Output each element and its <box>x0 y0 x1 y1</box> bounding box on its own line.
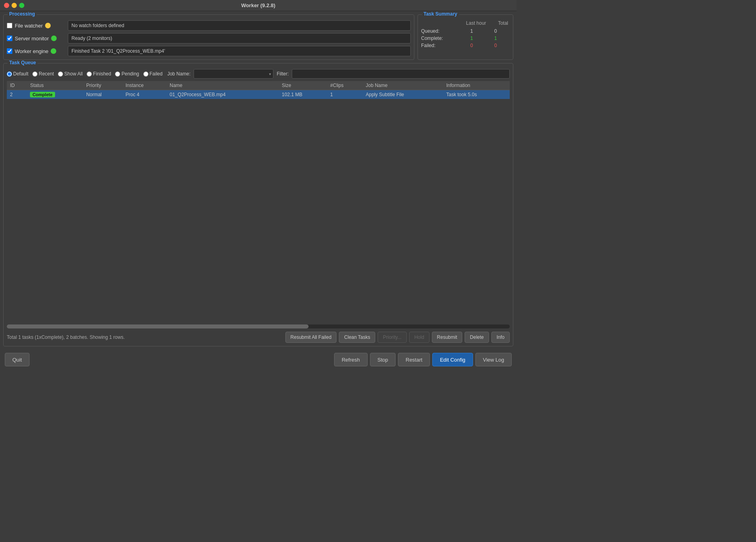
filter-finished-label: Finished <box>93 71 111 77</box>
col-instance: Instance <box>123 81 167 90</box>
delete-button[interactable]: Delete <box>465 332 489 343</box>
filter-recent-radio[interactable] <box>32 71 38 77</box>
filter-default-radio[interactable] <box>7 71 12 77</box>
cell-id: 2 <box>7 90 27 99</box>
info-button[interactable]: Info <box>491 332 510 343</box>
close-button[interactable] <box>4 3 9 8</box>
task-summary-panel: Task Summary Last hour Total Queued: 1 0… <box>418 14 513 60</box>
filter-failed-radio[interactable] <box>143 71 148 77</box>
worker-engine-message: Finished Task 2 '/01_Q2Process_WEB.mp4' <box>68 46 411 56</box>
filter-finished[interactable]: Finished <box>87 71 111 77</box>
scrollbar-thumb[interactable] <box>7 324 309 328</box>
status-text: Total 1 tasks (1xComplete), 2 batches. S… <box>7 334 282 340</box>
cell-jobname: Apply Subtitle File <box>362 90 443 99</box>
status-badge: Complete <box>30 92 55 97</box>
job-name-select[interactable] <box>194 69 273 79</box>
edit-config-button[interactable]: Edit Config <box>432 353 473 366</box>
top-row: Processing File watcher No watch folders… <box>3 14 513 60</box>
file-watcher-checkbox[interactable] <box>7 23 12 28</box>
task-summary-title: Task Summary <box>422 11 459 17</box>
filter-failed[interactable]: Failed <box>143 71 163 77</box>
cell-instance: Proc 4 <box>123 90 167 99</box>
server-monitor-text: Server monitor <box>15 36 49 42</box>
worker-engine-label: Worker engine <box>7 48 65 54</box>
resubmit-all-failed-button[interactable]: Resubmit All Failed <box>285 332 337 343</box>
ts-col-last-hour: Last hour <box>466 20 486 26</box>
table-body: 2 Complete Normal Proc 4 01_Q2Process_WE… <box>7 90 510 99</box>
clean-tasks-button[interactable]: Clean Tasks <box>339 332 375 343</box>
col-name: Name <box>166 81 279 90</box>
stop-button[interactable]: Stop <box>370 353 396 366</box>
filter-show-all[interactable]: Show All <box>58 71 83 77</box>
table-row[interactable]: 2 Complete Normal Proc 4 01_Q2Process_WE… <box>7 90 510 99</box>
processing-panel-title: Processing <box>8 11 37 17</box>
table-header: ID Status Priority Instance Name Size #C… <box>7 81 510 90</box>
priority-button[interactable]: Priority... <box>378 332 406 343</box>
file-watcher-message: No watch folders defined <box>68 20 411 31</box>
ts-complete-row: Complete: 1 1 <box>421 36 510 41</box>
task-queue-title: Task Queue <box>8 60 38 65</box>
bottom-left-buttons: Quit <box>5 353 30 366</box>
worker-engine-dot <box>51 48 56 54</box>
filter-recent-label: Recent <box>39 71 54 77</box>
table-header-row: ID Status Priority Instance Name Size #C… <box>7 81 510 90</box>
restart-button[interactable]: Restart <box>398 353 430 366</box>
main-content: Processing File watcher No watch folders… <box>0 11 517 371</box>
scrollbar[interactable] <box>7 324 510 328</box>
ts-queued-total: 0 <box>477 28 497 34</box>
cell-priority: Normal <box>83 90 122 99</box>
ts-queued-lasthour: 1 <box>453 28 477 34</box>
server-monitor-message: Ready (2 monitors) <box>68 33 411 44</box>
col-information: Information <box>443 81 510 90</box>
filter-pending-label: Pending <box>121 71 139 77</box>
cell-information: Task took 5.0s <box>443 90 510 99</box>
filter-recent[interactable]: Recent <box>32 71 54 77</box>
filter-show-all-radio[interactable] <box>58 71 63 77</box>
minimize-button[interactable] <box>12 3 17 8</box>
view-log-button[interactable]: View Log <box>475 353 512 366</box>
task-table-container: ID Status Priority Instance Name Size #C… <box>7 81 510 323</box>
quit-button[interactable]: Quit <box>5 353 30 366</box>
hold-button[interactable]: Hold <box>409 332 429 343</box>
server-monitor-row: Server monitor Ready (2 monitors) <box>7 33 411 44</box>
cell-clips: 1 <box>327 90 362 99</box>
ts-failed-label: Failed: <box>421 43 453 48</box>
resubmit-button[interactable]: Resubmit <box>432 332 463 343</box>
ts-complete-total: 1 <box>477 36 497 41</box>
server-monitor-dot <box>51 36 57 41</box>
refresh-button[interactable]: Refresh <box>334 353 368 366</box>
server-monitor-label: Server monitor <box>7 36 65 42</box>
filter-pending-radio[interactable] <box>115 71 120 77</box>
worker-engine-row: Worker engine Finished Task 2 '/01_Q2Pro… <box>7 46 411 56</box>
task-table: ID Status Priority Instance Name Size #C… <box>7 81 510 99</box>
filter-finished-radio[interactable] <box>87 71 92 77</box>
file-watcher-text: File watcher <box>15 23 43 29</box>
task-summary-header: Last hour Total <box>421 20 510 26</box>
filter-pending[interactable]: Pending <box>115 71 139 77</box>
title-bar: Worker (9.2.8) <box>0 0 517 11</box>
file-watcher-dot <box>45 23 51 28</box>
col-status: Status <box>27 81 83 90</box>
window-controls[interactable] <box>4 3 24 8</box>
bottom-bar: Quit Refresh Stop Restart Edit Config Vi… <box>3 350 513 368</box>
radio-group: Default Recent Show All Finished Pending <box>7 71 162 77</box>
filter-show-all-label: Show All <box>64 71 83 77</box>
worker-engine-checkbox[interactable] <box>7 48 12 54</box>
filter-default[interactable]: Default <box>7 71 28 77</box>
filter-input[interactable] <box>292 69 510 79</box>
maximize-button[interactable] <box>19 3 24 8</box>
col-size: Size <box>279 81 327 90</box>
task-queue-section: Task Queue Default Recent Show All <box>3 63 513 346</box>
file-watcher-row: File watcher No watch folders defined <box>7 20 411 31</box>
filter-default-label: Default <box>13 71 28 77</box>
processing-panel: Processing File watcher No watch folders… <box>3 14 414 60</box>
col-clips: #Clips <box>327 81 362 90</box>
job-name-label: Job Name: <box>167 71 190 77</box>
action-buttons: Resubmit All Failed Clean Tasks Priority… <box>285 332 510 343</box>
cell-status: Complete <box>27 90 83 99</box>
server-monitor-checkbox[interactable] <box>7 36 12 41</box>
ts-col-total: Total <box>498 20 508 26</box>
ts-failed-lasthour: 0 <box>453 43 477 48</box>
ts-complete-label: Complete: <box>421 36 453 41</box>
ts-complete-lasthour: 1 <box>453 36 477 41</box>
